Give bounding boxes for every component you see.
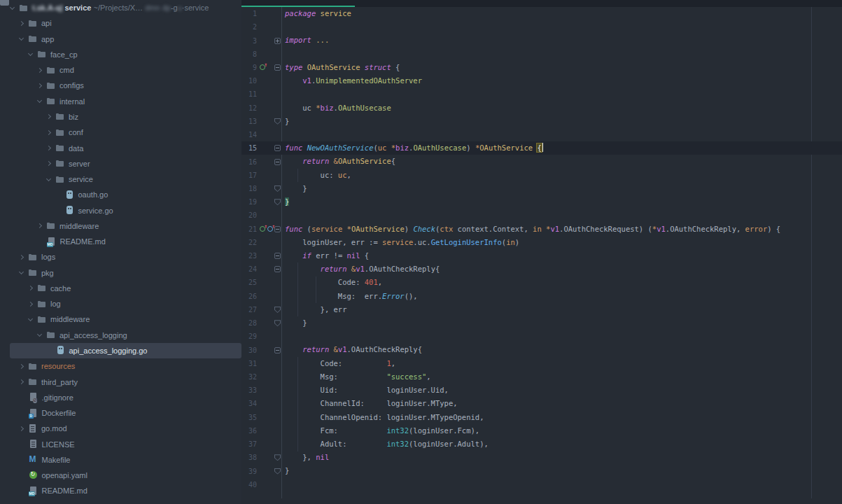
fold-marker-icon[interactable]: [274, 347, 281, 354]
tree-item-service.go[interactable]: service.go: [0, 202, 241, 218]
tree-item-server[interactable]: server: [0, 156, 241, 172]
code-line-34[interactable]: 34 ChannelId: loginUser.MType,: [241, 397, 842, 410]
code-line-39[interactable]: 39}: [241, 464, 842, 477]
code-line-20[interactable]: 20: [241, 209, 842, 222]
code-line-37[interactable]: 37 Adult: int32(loginUser.Adult),: [241, 438, 842, 451]
code-line-21[interactable]: 21func (service *OAuthService) Check(ctx…: [241, 223, 842, 236]
tree-item-configs[interactable]: configs: [0, 78, 241, 93]
fold-marker-icon[interactable]: [274, 186, 281, 192]
chevron-down-icon[interactable]: [37, 332, 42, 337]
chevron-down-icon[interactable]: [19, 36, 24, 41]
code-line-35[interactable]: 35 ChannelOpenid: loginUser.MTypeOpenid,: [241, 411, 842, 424]
chevron-right-icon[interactable]: [37, 68, 42, 73]
code-line-10[interactable]: 10 v1.UnimplementedOAuthServer: [241, 74, 842, 88]
chevron-right-icon[interactable]: [19, 426, 24, 431]
tree-item-data[interactable]: data: [0, 140, 241, 155]
fold-marker-icon[interactable]: [274, 320, 281, 326]
chevron-right-icon[interactable]: [37, 223, 42, 228]
fold-marker-icon[interactable]: [274, 454, 281, 461]
code-line-38[interactable]: 38 }, nil: [241, 451, 842, 464]
tree-item-api_access_logging.go[interactable]: api_access_logging.go: [10, 343, 241, 358]
code-line-1[interactable]: 1package service: [241, 7, 842, 20]
code-line-27[interactable]: 27 }, err: [241, 303, 842, 316]
chevron-right-icon[interactable]: [46, 161, 51, 166]
tree-item-internal[interactable]: internal: [0, 94, 241, 109]
code-line-22[interactable]: 22 loginUser, err := service.uc.GetLogin…: [241, 236, 842, 249]
fold-marker-icon[interactable]: [274, 64, 281, 71]
fold-marker-icon[interactable]: [274, 266, 281, 272]
chevron-right-icon[interactable]: [46, 114, 51, 119]
chevron-down-icon[interactable]: [28, 316, 33, 321]
fold-marker-icon[interactable]: [274, 226, 281, 232]
chevron-right-icon[interactable]: [19, 379, 24, 384]
implements-marker-icon[interactable]: [267, 226, 273, 232]
code-line-24[interactable]: 24 return &v1.OAuthCheckReply{: [241, 262, 842, 276]
code-line-15[interactable]: 15func NewOAuthService(uc *biz.OAuthUsec…: [241, 141, 842, 155]
code-line-31[interactable]: 31 Code: 1,: [241, 357, 842, 370]
project-root[interactable]: t.sk.A-q| service ~/Projects/X… dmn dp-g…: [0, 0, 241, 15]
chevron-right-icon[interactable]: [37, 83, 42, 88]
chevron-down-icon[interactable]: [28, 51, 33, 56]
tree-item-Dockerfile[interactable]: Dockerfile: [0, 405, 241, 421]
tree-item-log[interactable]: log: [0, 296, 241, 312]
implements-marker-icon[interactable]: [260, 226, 265, 232]
tree-item-service[interactable]: service: [0, 172, 241, 187]
fold-marker-icon[interactable]: [274, 307, 281, 313]
tree-item-oauth.go[interactable]: oauth.go: [0, 187, 241, 202]
chevron-right-icon[interactable]: [28, 286, 33, 290]
code-line-11[interactable]: 11: [241, 88, 842, 101]
code-line-14[interactable]: 14: [241, 128, 842, 141]
code-line-9[interactable]: 9type OAuthService struct {: [241, 61, 842, 74]
tree-item-conf[interactable]: conf: [0, 125, 241, 140]
tree-item-api_access_logging[interactable]: api_access_logging: [0, 328, 241, 343]
tree-item-Makefile[interactable]: Makefile: [0, 452, 241, 468]
tree-item-cmd[interactable]: cmd: [0, 62, 241, 78]
code-line-8[interactable]: 8: [241, 48, 842, 61]
code-line-40[interactable]: 40: [241, 478, 842, 491]
code-line-2[interactable]: 2: [241, 20, 842, 34]
code-line-32[interactable]: 32 Msg: "success",: [241, 370, 842, 384]
tree-item-middleware[interactable]: middleware: [0, 218, 241, 234]
code-line-23[interactable]: 23 if err != nil {: [241, 249, 842, 262]
tree-item-third_party[interactable]: third_party: [0, 374, 241, 389]
tree-item-face_cp[interactable]: face_cp: [0, 47, 241, 62]
code-line-25[interactable]: 25 Code: 401,: [241, 276, 842, 289]
tree-item-app[interactable]: app: [0, 31, 241, 47]
code-line-28[interactable]: 28 }: [241, 316, 842, 330]
tree-item-.gitignore[interactable]: .gitignore: [0, 390, 241, 405]
chevron-down-icon[interactable]: [46, 176, 51, 181]
code-line-12[interactable]: 12 uc *biz.OAuthUsecase: [241, 102, 842, 115]
tree-item-biz[interactable]: biz: [0, 109, 241, 125]
fold-marker-icon[interactable]: [274, 199, 281, 205]
implements-marker-icon[interactable]: [260, 64, 265, 70]
code-line-36[interactable]: 36 Fcm: int32(loginUser.Fcm),: [241, 424, 842, 438]
code-line-33[interactable]: 33 Uid: loginUser.Uid,: [241, 384, 842, 397]
tree-item-README.md[interactable]: README.md: [0, 483, 241, 498]
chevron-right-icon[interactable]: [19, 21, 24, 26]
code-line-17[interactable]: 17 uc: uc,: [241, 169, 842, 182]
chevron-down-icon[interactable]: [19, 270, 24, 274]
fold-marker-icon[interactable]: [274, 253, 281, 259]
fold-marker-icon[interactable]: [274, 38, 281, 44]
chevron-right-icon[interactable]: [19, 364, 24, 369]
chevron-right-icon[interactable]: [28, 302, 33, 307]
tree-item-middleware[interactable]: middleware: [0, 312, 241, 327]
chevron-down-icon[interactable]: [37, 98, 42, 103]
tree-item-openapi.yaml[interactable]: openapi.yaml: [0, 468, 241, 483]
tree-item-resources[interactable]: resources: [0, 358, 241, 374]
code-line-16[interactable]: 16 return &OAuthService{: [241, 155, 842, 168]
code-line-18[interactable]: 18 }: [241, 182, 842, 195]
code-line-13[interactable]: 13}: [241, 115, 842, 128]
tree-item-go.mod[interactable]: go.mod: [0, 421, 241, 436]
chevron-right-icon[interactable]: [46, 130, 51, 135]
code-line-26[interactable]: 26 Msg: err.Error(),: [241, 290, 842, 303]
fold-marker-icon[interactable]: [274, 145, 281, 151]
code-line-19[interactable]: 19}: [241, 195, 842, 209]
tree-item-pkg[interactable]: pkg: [0, 265, 241, 281]
fold-marker-icon[interactable]: [274, 118, 281, 125]
code-line-30[interactable]: 30 return &v1.OAuthCheckReply{: [241, 343, 842, 356]
chevron-right-icon[interactable]: [46, 146, 51, 150]
code-pane[interactable]: 1package service23import ...89type OAuth…: [241, 7, 842, 491]
tree-item-cache[interactable]: cache: [0, 281, 241, 296]
code-line-29[interactable]: 29: [241, 330, 842, 343]
